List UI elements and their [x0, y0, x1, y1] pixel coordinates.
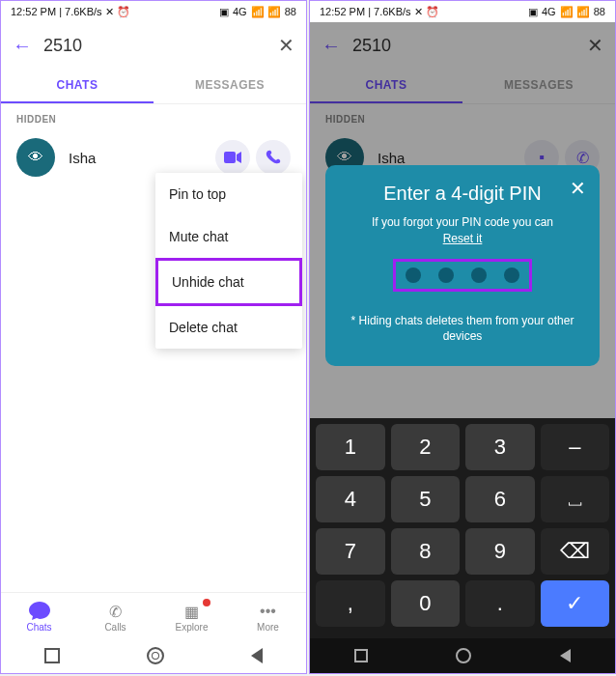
phone-icon: ✆ [77, 601, 154, 622]
search-input[interactable]: 2510 [43, 36, 278, 56]
numeric-keypad: 1 2 3 – 4 5 6 ⎵ 7 8 9 ⌫ , 0 . ✓ [310, 418, 615, 638]
left-screenshot: 12:52 PM | 7.6KB/s ✕ ⏰ ▣ 4G 📶 📶 88 ← 251… [0, 0, 307, 674]
right-screenshot: 12:52 PM | 7.6KB/s ✕ ⏰ ▣ 4G 📶 📶 88 ← 251… [309, 0, 616, 674]
pin-modal: ✕ Enter a 4-digit PIN If you forgot your… [325, 165, 600, 366]
context-menu: Pin to top Mute chat Unhide chat Delete … [155, 173, 302, 349]
chat-icon [1, 601, 77, 622]
nav-calls[interactable]: ✆ Calls [77, 601, 154, 633]
reset-link[interactable]: Reset it [443, 232, 483, 245]
svg-rect-0 [224, 152, 236, 163]
status-icons: ▣ 4G 📶 📶 88 [219, 6, 296, 18]
pin-dot [504, 268, 519, 283]
key-1[interactable]: 1 [316, 424, 385, 470]
modal-footnote: * Hiding chats deletes them from your ot… [339, 313, 586, 346]
status-icons: ▣ 4G 📶 📶 88 [528, 6, 605, 18]
chat-name: Isha [69, 150, 210, 166]
section-hidden: HIDDEN [1, 104, 306, 130]
key-dot[interactable]: . [465, 580, 535, 627]
nav-label: Calls [104, 622, 126, 633]
bottom-nav: Chats ✆ Calls ▦ Explore ••• More [1, 592, 306, 636]
tab-bar: CHATS MESSAGES [1, 69, 306, 104]
tab-chats[interactable]: CHATS [1, 69, 154, 103]
check-icon: ✓ [566, 591, 583, 616]
back-icon[interactable]: ← [13, 35, 32, 57]
key-4[interactable]: 4 [316, 476, 385, 522]
key-8[interactable]: 8 [391, 528, 461, 575]
key-7[interactable]: 7 [316, 528, 385, 575]
key-space[interactable]: ⎵ [541, 476, 610, 522]
key-3[interactable]: 3 [465, 424, 535, 470]
status-bar: 12:52 PM | 7.6KB/s ✕ ⏰ ▣ 4G 📶 📶 88 [310, 1, 615, 22]
key-5[interactable]: 5 [391, 476, 461, 522]
menu-unhide-chat[interactable]: Unhide chat [155, 258, 302, 306]
key-backspace[interactable]: ⌫ [541, 528, 610, 575]
more-icon: ••• [230, 601, 306, 622]
pin-dot [438, 268, 454, 283]
android-nav [1, 638, 306, 673]
nav-label: More [257, 622, 279, 633]
video-call-icon[interactable] [215, 140, 250, 175]
key-6[interactable]: 6 [465, 476, 535, 522]
clear-icon[interactable]: ✕ [278, 34, 294, 57]
nav-more[interactable]: ••• More [230, 601, 306, 633]
home-icon[interactable] [456, 648, 471, 663]
modal-title: Enter a 4-digit PIN [339, 183, 586, 205]
key-comma[interactable]: , [316, 580, 385, 627]
menu-mute-chat[interactable]: Mute chat [155, 215, 302, 258]
back-nav-icon[interactable] [560, 649, 571, 662]
eye-slash-icon: 👁 [28, 149, 43, 166]
recent-apps-icon[interactable] [44, 648, 60, 663]
avatar: 👁 [16, 138, 55, 177]
nav-chats[interactable]: Chats [1, 601, 77, 633]
home-icon[interactable] [147, 647, 164, 664]
key-confirm[interactable]: ✓ [541, 580, 610, 627]
key-placeholder[interactable]: – [541, 424, 610, 470]
android-nav [310, 638, 615, 673]
pin-input[interactable] [393, 259, 532, 292]
tab-messages[interactable]: MESSAGES [154, 69, 306, 103]
nav-explore[interactable]: ▦ Explore [154, 601, 230, 633]
nav-label: Chats [26, 622, 51, 633]
status-time: 12:52 PM | 7.6KB/s ✕ ⏰ [320, 6, 439, 18]
pin-dot [471, 268, 487, 283]
modal-subtitle: If you forgot your PIN code you canReset… [339, 214, 586, 247]
explore-icon: ▦ [154, 601, 230, 622]
status-time: 12:52 PM | 7.6KB/s ✕ ⏰ [11, 6, 130, 18]
close-icon[interactable]: ✕ [570, 177, 586, 200]
notification-dot-icon [203, 599, 210, 606]
voice-call-icon[interactable] [256, 140, 291, 175]
backspace-icon: ⌫ [560, 539, 590, 564]
key-0[interactable]: 0 [391, 580, 461, 627]
search-bar: ← 2510 ✕ [1, 22, 306, 69]
menu-delete-chat[interactable]: Delete chat [155, 306, 302, 349]
pin-dot [406, 268, 421, 283]
back-nav-icon[interactable] [251, 648, 263, 663]
status-bar: 12:52 PM | 7.6KB/s ✕ ⏰ ▣ 4G 📶 📶 88 [1, 1, 306, 22]
recent-apps-icon[interactable] [354, 649, 368, 662]
key-9[interactable]: 9 [465, 528, 535, 575]
key-2[interactable]: 2 [391, 424, 461, 470]
menu-pin-to-top[interactable]: Pin to top [155, 173, 302, 215]
nav-label: Explore [176, 622, 209, 633]
